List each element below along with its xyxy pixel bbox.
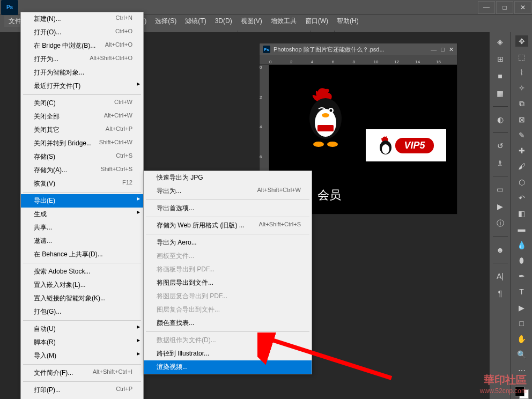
vip-text: VIP5 [395,138,433,153]
brush-tool[interactable]: 🖌 [515,161,528,172]
submenu-item: 数据组作为文件(D)... [144,334,312,347]
doc-minimize-icon[interactable]: — [431,46,437,53]
menu-item[interactable]: 在 Behance 上共享(D)... [21,248,143,261]
history-brush-tool[interactable]: ↶ [515,192,528,203]
submenu-item: 画板至文件... [144,249,312,263]
menu-item[interactable]: 关闭(C)Ctrl+W [21,97,143,110]
app-logo: Ps [1,0,18,15]
panel-column-1: ◈ ⊞ ■ ▦ ◐ ↺ ♗ ▭ ▶ ⓘ ☻ A| ¶ [489,32,511,399]
menu-9[interactable]: 增效工具 [267,16,301,27]
move-tool[interactable]: ✥ [515,35,528,47]
frame-tool[interactable]: ⊠ [515,114,528,125]
vip-badge: VIP5 [366,129,446,161]
svg-point-9 [382,144,389,154]
svg-point-1 [315,109,336,137]
doc-maximize-icon[interactable]: □ [441,46,445,53]
menu-item[interactable]: 恢复(V)F12 [21,177,143,190]
menu-item[interactable]: 打印(P)...Ctrl+P [21,383,143,397]
lasso-tool[interactable]: ⌇ [515,66,528,78]
pattern-icon[interactable]: ▦ [494,87,507,100]
menu-item[interactable]: 新建(N)...Ctrl+N [21,12,143,26]
menu-item[interactable]: 打印一份(Y)Alt+Shift+Ctrl+P [21,397,143,399]
menu-item[interactable]: 搜索 Adobe Stock... [21,265,143,278]
menu-item[interactable]: 脚本(R) [21,336,143,349]
grid-icon[interactable]: ⊞ [494,53,507,65]
doc-close-icon[interactable]: ✕ [449,46,454,53]
menu-item[interactable]: 打开为智能对象... [21,66,143,79]
hand-tool[interactable]: ✋ [515,333,528,344]
marquee-tool[interactable]: ⬚ [515,51,528,62]
menu-item[interactable]: 文件简介(F)...Alt+Shift+Ctrl+I [21,366,143,380]
menu-item[interactable]: 邀请... [21,234,143,248]
ps-icon: Ps [263,46,270,53]
menu-11[interactable]: 帮助(H) [332,16,363,27]
menu-item[interactable]: 自动(U) [21,322,143,336]
adjustments-icon[interactable]: ◐ [494,113,507,126]
eraser-tool[interactable]: ◧ [515,208,528,219]
libraries-icon[interactable]: ▭ [494,183,507,196]
paths-icon[interactable]: ♗ [494,157,507,169]
history-icon[interactable]: ↺ [494,139,507,152]
menu-item[interactable]: 关闭其它Alt+Ctrl+P [21,123,143,137]
submenu-item[interactable]: 导出为 Aero... [144,236,312,249]
submenu-item[interactable]: 导出首选项... [144,202,312,215]
play-icon[interactable]: ▶ [494,200,507,213]
submenu-item: 图层复合导出到文件... [144,303,312,316]
menu-item[interactable]: 打开(O)...Ctrl+O [21,26,143,39]
submenu-item[interactable]: 快速导出为 JPG [144,171,312,184]
document-titlebar[interactable]: Ps Photoshop 除了图片它还能做什么？.psd... — □ ✕ [260,43,457,55]
menu-item[interactable]: 关闭全部Alt+Ctrl+W [21,110,143,123]
layers-icon[interactable]: ◈ [494,35,507,48]
type-tool[interactable]: T [515,286,528,298]
submenu-item[interactable]: 将图层导出到文件... [144,276,312,290]
submenu-item: 将图层复合导出到 PDF... [144,290,312,303]
menu-item[interactable]: 关闭并转到 Bridge...Shift+Ctrl+W [21,137,143,150]
menu-6[interactable]: 滤镜(T) [181,16,210,27]
menu-item[interactable]: 导出(E) [21,194,143,208]
menu-7[interactable]: 3D(D) [211,16,237,26]
ruler-horizontal[interactable]: 0246810121416 [260,55,457,65]
healing-tool[interactable]: ✚ [515,145,528,157]
crop-tool[interactable]: ⧉ [515,98,528,109]
pen-tool[interactable]: ✒ [515,271,528,282]
menu-item[interactable]: 打包(G)... [21,305,143,319]
submenu-item[interactable]: 导出为...Alt+Shift+Ctrl+W [144,184,312,198]
menu-item[interactable]: 存储为(A)...Shift+Ctrl+S [21,164,143,177]
paragraph-icon[interactable]: ¶ [494,287,507,300]
menu-item[interactable]: 打开为...Alt+Shift+Ctrl+O [21,53,143,66]
menu-item[interactable]: 在 Bridge 中浏览(B)...Alt+Ctrl+O [21,39,143,53]
shape-tool[interactable]: □ [515,317,528,329]
window-controls: — □ ✕ [477,1,532,14]
menu-item[interactable]: 共享... [21,221,143,234]
character-icon[interactable]: A| [494,270,507,283]
menu-item[interactable]: 置入嵌入对象(L)... [21,278,143,292]
menu-5[interactable]: 选择(S) [151,16,181,27]
3d-icon[interactable]: ☻ [494,243,507,256]
wand-tool[interactable]: ✧ [515,83,528,94]
eyedropper-tool[interactable]: ✎ [515,129,528,141]
maximize-button[interactable]: □ [496,1,513,14]
menu-item[interactable]: 存储(S)Ctrl+S [21,150,143,164]
penguin-graphic [301,86,350,151]
submenu-item[interactable]: 颜色查找表... [144,316,312,330]
submenu-item[interactable]: 渲染视频... [144,360,312,374]
dodge-tool[interactable]: ⬮ [515,255,528,266]
blur-tool[interactable]: 💧 [515,239,528,250]
stamp-tool[interactable]: ⬡ [515,176,528,188]
menu-item[interactable]: 置入链接的智能对象(K)... [21,292,143,305]
gradient-tool[interactable]: ▬ [515,224,528,235]
menu-8[interactable]: 视图(V) [237,16,267,27]
solid-icon[interactable]: ■ [494,70,507,83]
minimize-button[interactable]: — [478,1,495,14]
menu-item[interactable]: 生成 [21,208,143,221]
info-icon[interactable]: ⓘ [494,217,507,230]
menu-10[interactable]: 窗口(W) [301,16,332,27]
zoom-tool[interactable]: 🔍 [515,349,528,360]
svg-point-4 [322,113,329,117]
path-select-tool[interactable]: ▶ [515,302,528,313]
close-button[interactable]: ✕ [514,1,531,14]
menu-item[interactable]: 导入(M) [21,349,143,363]
submenu-item[interactable]: 路径到 Illustrator... [144,347,312,360]
menu-item[interactable]: 最近打开文件(T) [21,79,143,93]
submenu-item[interactable]: 存储为 Web 所用格式 (旧版) ...Alt+Shift+Ctrl+S [144,219,312,232]
